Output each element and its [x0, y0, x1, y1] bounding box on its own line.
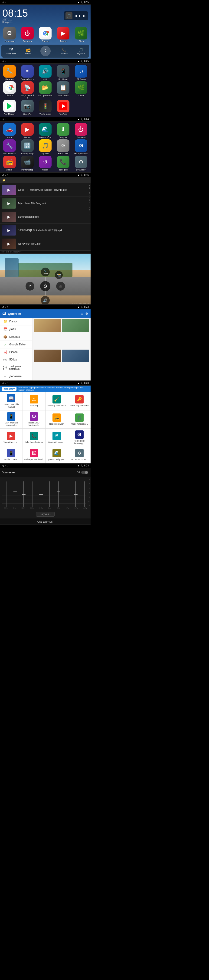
app-eq[interactable]: ≡ Эквалайзер а: [19, 65, 36, 80]
photo-thumb-4[interactable]: [62, 350, 89, 362]
video-item-5[interactable]: ▶ Так хочется жить.mp4: [0, 237, 90, 251]
manual-item-dynamic[interactable]: 🌊 Dynamic wallpaper...: [46, 447, 68, 463]
eq-toggle[interactable]: [81, 471, 88, 474]
eq-slider-1khz[interactable]: [49, 481, 50, 507]
manual-item-mobile[interactable]: 📱 Mobile phone...: [0, 447, 22, 463]
app-screensaver[interactable]: ⏻ Заставка: [19, 27, 36, 42]
app-aux[interactable]: 🔊 AUX: [37, 65, 54, 80]
manual-item-video[interactable]: ▶ Video Function...: [0, 429, 22, 447]
sidebar-add[interactable]: + Добавить: [0, 372, 32, 380]
video-item-2[interactable]: ▶ Arjun I Love This Song.mp4: [0, 197, 90, 210]
sidebar-dropbox[interactable]: 📦 Dropbox: [0, 333, 32, 341]
manual-item-music[interactable]: 🎵 Music functional...: [68, 410, 90, 429]
search-icon[interactable]: ⚙: [85, 312, 88, 315]
photo-thumb-3[interactable]: [34, 350, 61, 362]
manual-item-figure[interactable]: 🖼 Figure quick browsing...: [68, 429, 90, 447]
scale-n2: -2: [88, 501, 90, 502]
app-zastavka[interactable]: ⏻ Заставка: [73, 123, 90, 138]
volume-btn[interactable]: 🔊: [41, 296, 50, 305]
app-func[interactable]: 🔧 Функции: [1, 65, 18, 80]
app-regist[interactable]: 📹 Регистратор: [19, 156, 36, 171]
manual-item-main[interactable]: 📱 Main interface functional...: [0, 410, 22, 429]
app-wallpaper[interactable]: 🌿 Обои: [73, 27, 90, 42]
app-bootlogo[interactable]: 📱 Boot Logo: [55, 65, 72, 80]
music-controls[interactable]: ⏮ ⏵ ⏭: [74, 14, 86, 18]
app-radio2[interactable]: 📻 радио: [1, 156, 18, 171]
manual-item-panelkey[interactable]: 🔑 Panel Key Functions: [68, 392, 90, 410]
next-icon[interactable]: ⏭: [83, 14, 86, 18]
app-auto[interactable]: 🚗 Авто: [1, 123, 18, 138]
app-downloads[interactable]: ⬇ Загрузки: [55, 123, 72, 138]
app-esprob[interactable]: 📂 ES Проводник: [37, 81, 54, 99]
sidebar-500px[interactable]: 500 500px: [0, 356, 32, 363]
bootlogo-manual-icon: ⏻: [30, 412, 38, 421]
manual-item-telephony[interactable]: 📞 Telephony features: [23, 429, 45, 447]
grid-view-icon[interactable]: ⊞: [81, 312, 83, 315]
manual-item-cleaning[interactable]: 🧹 cleaning equipment: [46, 392, 68, 410]
photo-thumb-2[interactable]: [62, 319, 89, 332]
app-btaudio[interactable]: 𝔅 BT Аудио: [73, 65, 90, 80]
app-youtube[interactable]: YouTube: [55, 100, 72, 115]
app-livewp[interactable]: 🌊 Живые обои: [37, 123, 54, 138]
eq-slider-4khz[interactable]: [66, 481, 67, 507]
eq-slider-500hz[interactable]: [41, 481, 41, 507]
app-chrome2[interactable]: Chrome: [1, 81, 18, 99]
app-calc[interactable]: 🔢 Калькулятор: [19, 139, 36, 155]
eq-slider-125hz[interactable]: [23, 481, 24, 507]
eq-slider-2khz[interactable]: [58, 481, 59, 507]
sidebar-folders[interactable]: 📁 Папки: [0, 318, 32, 325]
app-video3[interactable]: ▶ Видео: [19, 123, 36, 138]
eq-slider-250hz[interactable]: [32, 481, 33, 507]
video-item-3[interactable]: ▶ bianxingjingang.mp4: [0, 210, 90, 224]
photo-btn[interactable]: 📸: [55, 271, 63, 279]
app-reset[interactable]: ↺ Сброс: [37, 156, 54, 171]
manual-item-bluetooth[interactable]: 𝔅 Bluetooth music...: [46, 429, 68, 447]
app-easyconn[interactable]: 📡 EasyConnectio: [19, 81, 36, 99]
eq-slider-16khz[interactable]: [84, 481, 85, 507]
manual-item-radio[interactable]: 📻 Radio operation: [46, 410, 68, 429]
sidebar-messages[interactable]: 💬 сообщения фотограф: [0, 363, 32, 372]
dock-radio[interactable]: 📻 Радио: [25, 48, 31, 55]
manual-item-bootlogo[interactable]: ⏻ Boot LOGO functional...: [23, 410, 45, 429]
dock-nav[interactable]: 🗺 Навигация: [6, 48, 16, 54]
app-install[interactable]: ⚙ Установки: [73, 156, 90, 171]
app-video[interactable]: ▶ Видео: [55, 27, 72, 42]
app-music[interactable]: 🎵 Музыка: [37, 139, 54, 155]
eq-preset-button[interactable]: По умол...: [36, 512, 55, 517]
record-btn[interactable]: 📷 Назад: [41, 267, 50, 277]
manual-item-howtoread[interactable]: 📖 How to read this manual: [0, 392, 22, 410]
back-video-btn[interactable]: ↺: [25, 282, 34, 291]
video-item-4[interactable]: ▶ [1080P.MP4]A Pink - NoNoNo(官方版).mp4: [0, 224, 90, 237]
forward-btn[interactable]: 🎥: [56, 282, 65, 291]
manual-item-setfunc[interactable]: ⚙ SET FUNCTION...: [68, 447, 90, 463]
manual-item-warning[interactable]: ⚠ Warning: [23, 392, 45, 410]
directory-breadcrumb[interactable]: directory: [2, 387, 16, 391]
prev-icon[interactable]: ⏮: [74, 14, 77, 18]
app-settings3[interactable]: ⚙ Настройки: [55, 139, 72, 155]
manual-item-wallpaper[interactable]: 🖼 Wallpaper functional...: [23, 447, 45, 463]
app-phone3[interactable]: 📞 Телефон: [55, 156, 72, 171]
sidebar-dates[interactable]: 📅 Даты: [0, 325, 32, 333]
app-chrome[interactable]: Chrome: [37, 27, 54, 42]
app-playmarket[interactable]: Play Маркет: [1, 100, 18, 115]
app-trafficguard[interactable]: 🚦 Traffic guard: [37, 100, 54, 115]
sidebar-googledrive[interactable]: △ Google Drive: [0, 341, 32, 348]
video-item-1[interactable]: ▶ 1080p_TP_Wonder.Girls_Nobody_kbs2HD.mp…: [0, 183, 90, 197]
dock-menu[interactable]: ⋮⋮⋮: [40, 46, 51, 56]
app-instruct[interactable]: 📋 Instructions: [55, 81, 72, 99]
app-nature2[interactable]: 🌿 Обои: [73, 81, 90, 99]
sidebar-picasa[interactable]: 🖼 Picasa: [0, 348, 32, 356]
app-quickpic[interactable]: 📷 QuickPic: [19, 100, 36, 115]
eq-slider-64hz[interactable]: [14, 481, 15, 507]
dock-music[interactable]: 🎵 Музыка: [78, 48, 85, 55]
play-icon[interactable]: ⏵: [79, 14, 82, 18]
app-settings[interactable]: ⚙ Установки: [1, 27, 18, 42]
eq-slider-8khz[interactable]: [75, 481, 76, 507]
music-widget[interactable]: 🎵 ⏮ ⏵ ⏭: [63, 11, 88, 20]
app-tools[interactable]: 🔧 Инструменты: [1, 139, 18, 155]
photo-thumb-1[interactable]: [34, 319, 61, 332]
eq-slider-32hz[interactable]: [6, 481, 6, 507]
settings-center-btn[interactable]: ⚙: [40, 281, 51, 291]
dock-phone[interactable]: 📞 Телефон: [59, 48, 68, 55]
app-settingsgo[interactable]: G Настройки Go: [73, 139, 90, 155]
